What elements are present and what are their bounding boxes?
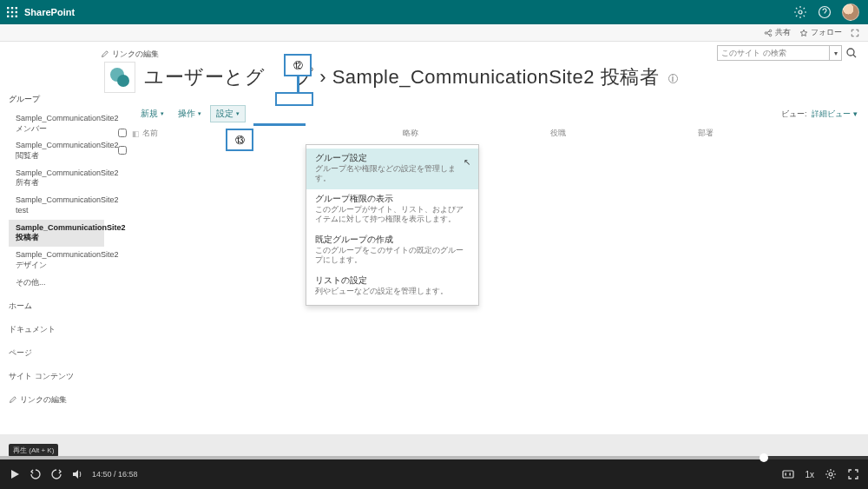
annotation-13-line: [253, 123, 306, 126]
svg-point-12: [769, 30, 772, 32]
svg-rect-5: [16, 11, 17, 13]
suite-bar: SharePoint: [0, 0, 868, 24]
menu-view-permissions[interactable]: グループ権限の表示 このグループがサイト、リスト、およびアイテムに対して持つ権限…: [306, 189, 478, 230]
view-selector[interactable]: 詳細ビュー ▾: [812, 109, 858, 120]
sidebar-item-design[interactable]: Sample_CommunicationSite2 デザイン: [9, 247, 104, 274]
speed-button[interactable]: 1x: [805, 470, 814, 479]
toolbar-settings[interactable]: 設定▾: [210, 105, 246, 122]
nav-section-groups: グループ: [9, 94, 104, 105]
svg-point-13: [769, 34, 772, 36]
ribbon-bar: 共有 フォロー: [0, 24, 868, 42]
view-label: ビュー:: [781, 109, 807, 120]
sidebar-item-members[interactable]: Sample_CommunicationSite2 メンバー: [9, 110, 104, 137]
progress-track[interactable]: [0, 456, 868, 459]
volume-icon[interactable]: [71, 468, 83, 480]
captions-icon[interactable]: [782, 468, 794, 480]
player-settings-icon[interactable]: [825, 468, 837, 480]
share-button[interactable]: 共有: [764, 27, 791, 38]
svg-rect-2: [16, 7, 17, 9]
col-3[interactable]: 役職: [550, 128, 698, 139]
svg-rect-4: [11, 11, 13, 13]
svg-rect-6: [7, 16, 9, 17]
info-icon[interactable]: i: [668, 74, 678, 83]
avatar[interactable]: [842, 3, 859, 21]
edit-links-left[interactable]: リンクの編集: [9, 394, 104, 406]
sidebar-item-owners[interactable]: Sample_CommunicationSite2 所有者: [9, 165, 104, 192]
suite-title[interactable]: SharePoint: [24, 7, 75, 17]
video-player: 再生 (Alt + K) 14:50 / 16:58 1x: [0, 456, 868, 489]
focus-icon[interactable]: [851, 29, 859, 37]
svg-rect-1: [11, 7, 13, 9]
menu-list-settings[interactable]: リストの設定 列やビューなどの設定を管理します。: [306, 271, 478, 301]
page-title: ユーザーとグ プ › Sample_CommunicationSite2 投稿者…: [144, 64, 678, 90]
svg-rect-15: [783, 471, 793, 478]
svg-point-9: [799, 10, 802, 14]
site-logo[interactable]: [104, 62, 135, 93]
menu-make-default[interactable]: 既定グループの作成 このグループをこのサイトの既定のグループにします。: [306, 230, 478, 271]
left-nav: グループ Sample_CommunicationSite2 メンバー Samp…: [0, 42, 104, 406]
settings-icon[interactable]: [793, 5, 807, 19]
toolbar-actions[interactable]: 操作▾: [173, 106, 207, 122]
annotation-12-line: [297, 76, 299, 92]
follow-button[interactable]: フォロー: [799, 27, 842, 38]
skip-back-icon[interactable]: [30, 468, 42, 480]
settings-menu: グループ設定 グループ名や権限などの設定を管理します。 ↖ グループ権限の表示 …: [306, 144, 479, 306]
play-tooltip: 再生 (Alt + K): [9, 444, 58, 457]
svg-point-16: [829, 472, 832, 476]
app-launcher[interactable]: [0, 7, 24, 17]
skip-fwd-icon[interactable]: [50, 468, 62, 480]
col-2[interactable]: 略称: [403, 128, 550, 139]
nav-documents[interactable]: ドキュメント: [9, 320, 104, 339]
svg-rect-8: [16, 16, 17, 17]
help-icon[interactable]: [818, 5, 832, 19]
col-name[interactable]: 名前: [142, 128, 403, 139]
toolbar-new[interactable]: 新規▾: [135, 106, 169, 122]
nav-site-contents[interactable]: サイト コンテンツ: [9, 367, 104, 386]
row-checkbox[interactable]: [118, 146, 127, 155]
video-letterbox: [0, 434, 868, 456]
col-4[interactable]: 部署: [698, 128, 845, 139]
menu-group-settings[interactable]: グループ設定 グループ名や権限などの設定を管理します。: [306, 149, 478, 189]
svg-rect-0: [7, 7, 9, 9]
nav-pages[interactable]: ページ: [9, 344, 104, 362]
cursor-icon: ↖: [464, 157, 470, 167]
progress-fill: [0, 456, 764, 459]
sidebar-item-visitors[interactable]: Sample_CommunicationSite2 閲覧者: [9, 137, 104, 164]
progress-knob[interactable]: [760, 453, 768, 462]
svg-rect-7: [11, 16, 13, 17]
annotation-12: ⑫: [284, 54, 312, 76]
annotation-13: ⑬: [226, 129, 253, 151]
fullscreen-icon[interactable]: [847, 468, 859, 480]
select-all-checkbox[interactable]: [118, 129, 127, 137]
nav-home[interactable]: ホーム: [9, 297, 104, 315]
svg-point-11: [765, 31, 767, 34]
svg-rect-3: [7, 11, 9, 13]
edit-links-top[interactable]: リンクの編集: [101, 49, 858, 60]
play-button[interactable]: [9, 468, 21, 480]
sidebar-item-more[interactable]: その他...: [9, 274, 104, 292]
title-row: ユーザーとグ プ › Sample_CommunicationSite2 投稿者…: [104, 62, 858, 93]
sidebar-item-test[interactable]: Sample_CommunicationSite2 test: [9, 192, 104, 219]
list-toolbar: 新規▾ 操作▾ 設定▾ ビュー: 詳細ビュー ▾: [135, 105, 858, 122]
main-area: リンクの編集 ユーザーとグ プ › Sample_CommunicationSi…: [104, 42, 868, 406]
time-display: 14:50 / 16:58: [92, 470, 138, 479]
sidebar-item-contributors[interactable]: Sample_CommunicationSite2 投稿者: [9, 220, 104, 247]
